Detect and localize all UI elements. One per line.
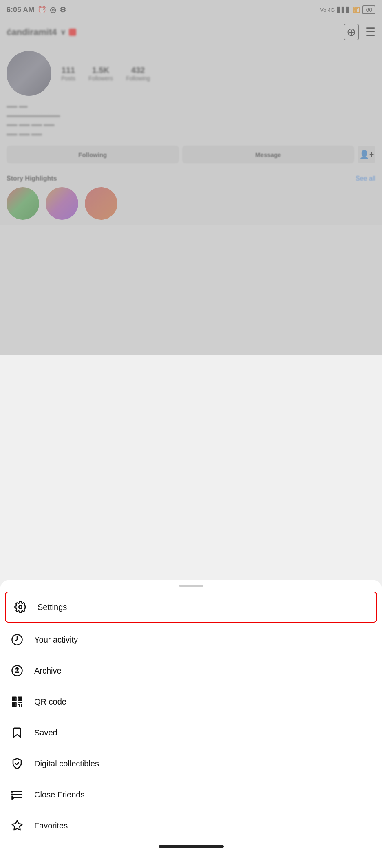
- close-friends-label: Close Friends: [34, 790, 84, 800]
- svg-rect-6: [19, 698, 21, 700]
- menu-item-qr[interactable]: QR code: [0, 686, 382, 717]
- menu-item-favorites[interactable]: Favorites: [0, 810, 382, 841]
- saved-icon: [10, 725, 24, 740]
- sheet-handle: [0, 580, 382, 590]
- home-indicator: [0, 841, 382, 852]
- handle-bar: [179, 585, 203, 587]
- menu-item-activity[interactable]: Your activity: [0, 624, 382, 655]
- collectibles-label: Digital collectibles: [34, 759, 99, 769]
- menu-item-collectibles[interactable]: Digital collectibles: [0, 748, 382, 779]
- collectibles-icon: [10, 756, 24, 771]
- menu-item-archive[interactable]: Archive: [0, 655, 382, 686]
- svg-marker-18: [12, 796, 14, 800]
- svg-marker-19: [12, 821, 22, 830]
- bottom-sheet: Settings Your activity Archive: [0, 580, 382, 868]
- favorites-icon: [10, 818, 24, 833]
- archive-icon: [10, 663, 24, 678]
- svg-point-16: [11, 791, 13, 792]
- menu-item-close-friends[interactable]: Close Friends: [0, 779, 382, 810]
- settings-icon: [13, 600, 28, 614]
- archive-label: Archive: [34, 666, 62, 676]
- qr-icon: [10, 694, 24, 709]
- svg-point-17: [11, 794, 13, 795]
- svg-point-0: [19, 605, 22, 609]
- backdrop: [0, 0, 382, 355]
- menu-item-settings[interactable]: Settings: [5, 592, 377, 623]
- activity-label: Your activity: [34, 635, 78, 645]
- qr-label: QR code: [34, 697, 66, 707]
- favorites-label: Favorites: [34, 821, 68, 830]
- svg-rect-7: [13, 704, 15, 705]
- svg-rect-5: [13, 698, 15, 700]
- saved-label: Saved: [34, 728, 57, 738]
- menu-item-saved[interactable]: Saved: [0, 717, 382, 748]
- close-friends-icon: [10, 787, 24, 802]
- activity-icon: [10, 632, 24, 647]
- home-bar: [159, 845, 224, 848]
- settings-label: Settings: [38, 603, 67, 612]
